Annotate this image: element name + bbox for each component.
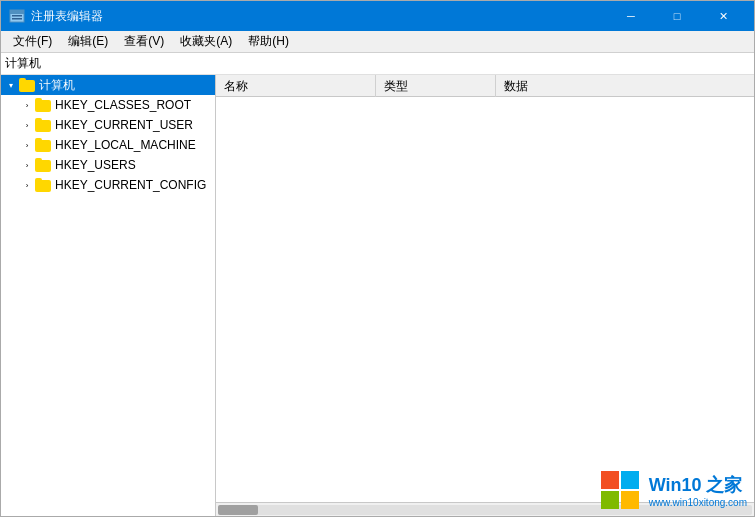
tree-label-hklm: HKEY_LOCAL_MACHINE (55, 138, 196, 152)
registry-editor-window: 注册表编辑器 ─ □ ✕ 文件(F) 编辑(E) 查看(V) 收藏夹(A) 帮助… (0, 0, 755, 517)
scroll-thumb[interactable] (218, 505, 258, 515)
tree-label-hkcu: HKEY_CURRENT_USER (55, 118, 193, 132)
title-bar-left: 注册表编辑器 (9, 8, 103, 25)
tree-label-hku: HKEY_USERS (55, 158, 136, 172)
minimize-button[interactable]: ─ (608, 1, 654, 31)
close-icon: ✕ (719, 10, 728, 23)
tree-item-hku[interactable]: › HKEY_USERS (1, 155, 215, 175)
horizontal-scrollbar[interactable] (216, 502, 754, 516)
breadcrumb: 计算机 (1, 53, 754, 75)
col-header-data: 数据 (496, 75, 754, 97)
menu-favorites[interactable]: 收藏夹(A) (172, 31, 240, 52)
tree-arrow-hkcu: › (21, 119, 33, 131)
tree-item-hkcu[interactable]: › HKEY_CURRENT_USER (1, 115, 215, 135)
tree-arrow-hkcr: › (21, 99, 33, 111)
menu-file[interactable]: 文件(F) (5, 31, 60, 52)
tree-pane[interactable]: ▾ 计算机 › HKEY_CLASSES_ROOT › HKEY_CURRENT… (1, 75, 216, 516)
main-area: ▾ 计算机 › HKEY_CLASSES_ROOT › HKEY_CURRENT… (1, 75, 754, 516)
folder-icon-hkcc (35, 178, 51, 192)
menu-edit[interactable]: 编辑(E) (60, 31, 116, 52)
tree-item-hkcc[interactable]: › HKEY_CURRENT_CONFIG (1, 175, 215, 195)
svg-rect-1 (10, 10, 24, 14)
breadcrumb-path: 计算机 (5, 55, 41, 72)
menu-help[interactable]: 帮助(H) (240, 31, 297, 52)
col-header-type: 类型 (376, 75, 496, 97)
tree-arrow-hklm: › (21, 139, 33, 151)
tree-label-hkcc: HKEY_CURRENT_CONFIG (55, 178, 206, 192)
tree-label-computer: 计算机 (39, 77, 75, 94)
close-button[interactable]: ✕ (700, 1, 746, 31)
minimize-icon: ─ (627, 10, 635, 22)
registry-icon (9, 8, 25, 24)
menu-view[interactable]: 查看(V) (116, 31, 172, 52)
maximize-icon: □ (674, 10, 681, 22)
tree-item-hklm[interactable]: › HKEY_LOCAL_MACHINE (1, 135, 215, 155)
folder-icon-hku (35, 158, 51, 172)
folder-icon-hkcr (35, 98, 51, 112)
folder-icon-hklm (35, 138, 51, 152)
svg-rect-3 (12, 18, 22, 20)
tree-label-hkcr: HKEY_CLASSES_ROOT (55, 98, 191, 112)
tree-root-computer[interactable]: ▾ 计算机 (1, 75, 215, 95)
scroll-track[interactable] (218, 505, 752, 515)
title-bar: 注册表编辑器 ─ □ ✕ (1, 1, 754, 31)
tree-arrow-hku: › (21, 159, 33, 171)
maximize-button[interactable]: □ (654, 1, 700, 31)
window-title: 注册表编辑器 (31, 8, 103, 25)
col-header-name: 名称 (216, 75, 376, 97)
tree-item-hkcr[interactable]: › HKEY_CLASSES_ROOT (1, 95, 215, 115)
menu-bar: 文件(F) 编辑(E) 查看(V) 收藏夹(A) 帮助(H) (1, 31, 754, 53)
right-content[interactable] (216, 97, 754, 502)
tree-arrow-computer: ▾ (5, 79, 17, 91)
svg-rect-2 (12, 15, 22, 17)
right-header: 名称 类型 数据 (216, 75, 754, 97)
tree-arrow-hkcc: › (21, 179, 33, 191)
folder-icon-computer (19, 78, 35, 92)
title-bar-controls: ─ □ ✕ (608, 1, 746, 31)
folder-icon-hkcu (35, 118, 51, 132)
right-pane: 名称 类型 数据 (216, 75, 754, 516)
